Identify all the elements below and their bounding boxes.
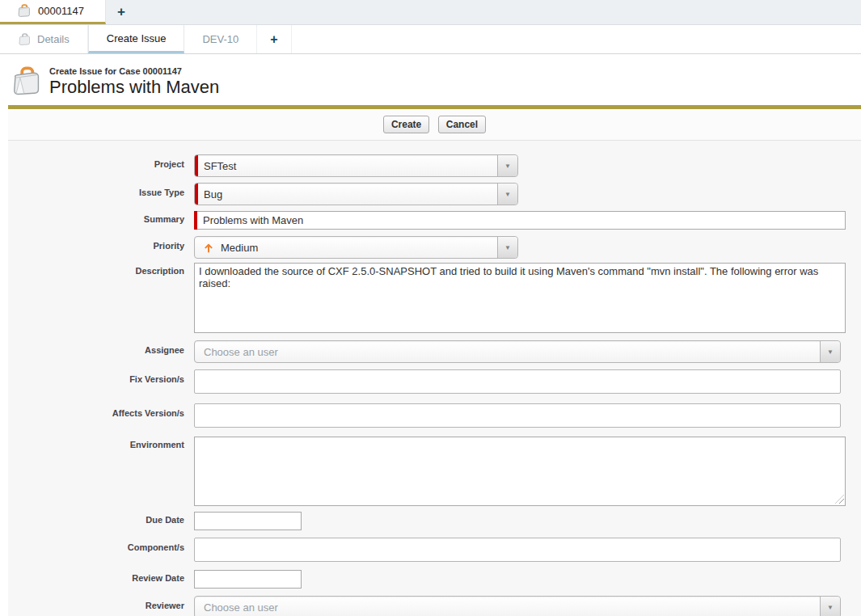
sub-tab-bar: Details Create Issue DEV-10 + xyxy=(0,25,861,54)
priority-value: Medium xyxy=(221,242,258,254)
required-marker xyxy=(194,211,197,230)
workspace-tab-case[interactable]: 00001147 xyxy=(0,0,106,24)
assignee-select[interactable]: Choose an user ▼ xyxy=(194,340,841,363)
chevron-down-icon[interactable]: ▼ xyxy=(497,184,517,205)
fix-versions-label: Fix Version/s xyxy=(8,369,194,384)
chevron-down-icon[interactable]: ▼ xyxy=(820,597,840,616)
reviewer-select[interactable]: Choose an user ▼ xyxy=(194,596,841,616)
required-marker xyxy=(195,155,198,176)
chevron-down-icon[interactable]: ▼ xyxy=(497,155,517,176)
project-value: SFTest xyxy=(204,160,236,172)
environment-textarea[interactable] xyxy=(194,437,846,506)
assignee-placeholder: Choose an user xyxy=(204,346,278,358)
chevron-down-icon[interactable]: ▼ xyxy=(820,341,840,362)
page-context: Create Issue for Case 00001147 xyxy=(49,66,219,76)
description-label: Description xyxy=(8,263,194,276)
required-marker xyxy=(195,184,198,205)
issue-type-select[interactable]: Bug ▼ xyxy=(194,183,518,205)
create-issue-form: Project SFTest ▼ Issue Type Bug ▼ xyxy=(8,141,861,616)
tab-create-issue[interactable]: Create Issue xyxy=(88,25,185,53)
issue-type-label: Issue Type xyxy=(8,183,194,197)
project-label: Project xyxy=(8,154,194,169)
affects-versions-field[interactable] xyxy=(194,403,841,428)
case-icon xyxy=(18,33,31,46)
summary-input[interactable] xyxy=(194,211,846,230)
priority-label: Priority xyxy=(8,236,194,251)
description-textarea[interactable]: I downloaded the source of CXF 2.5.0-SNA… xyxy=(194,263,846,333)
fix-versions-field[interactable] xyxy=(194,369,841,394)
create-issue-section: Create Cancel Project SFTest ▼ Issue Typ… xyxy=(8,105,861,616)
tab-details[interactable]: Details xyxy=(0,25,88,53)
add-workspace-tab-button[interactable]: + xyxy=(106,0,137,24)
tab-dev-10-label: DEV-10 xyxy=(202,33,238,45)
tab-create-issue-label: Create Issue xyxy=(107,32,167,44)
assignee-label: Assignee xyxy=(8,340,194,355)
components-label: Component/s xyxy=(8,538,194,552)
tab-details-label: Details xyxy=(37,33,70,45)
tab-dev-10[interactable]: DEV-10 xyxy=(184,25,257,53)
review-date-input[interactable] xyxy=(194,570,302,589)
components-field[interactable] xyxy=(194,538,841,562)
create-button[interactable]: Create xyxy=(383,116,429,133)
reviewer-label: Reviewer xyxy=(8,596,194,610)
plus-icon: + xyxy=(270,32,277,47)
environment-label: Environment xyxy=(8,437,194,449)
add-sub-tab-button[interactable]: + xyxy=(257,25,291,53)
case-icon xyxy=(17,4,31,18)
priority-up-arrow-icon xyxy=(204,243,213,253)
workspace-tab-label: 00001147 xyxy=(38,5,84,17)
issue-type-value: Bug xyxy=(204,188,222,200)
form-toolbar: Create Cancel xyxy=(8,109,861,141)
due-date-input[interactable] xyxy=(194,512,302,530)
review-date-label: Review Date xyxy=(8,570,194,583)
plus-icon: + xyxy=(117,4,125,20)
page-header: Create Issue for Case 00001147 Problems … xyxy=(0,54,861,105)
due-date-label: Due Date xyxy=(8,512,194,525)
workspace-tab-bar: 00001147 + xyxy=(0,0,861,25)
priority-select[interactable]: Medium ▼ xyxy=(194,236,518,259)
project-select[interactable]: SFTest ▼ xyxy=(194,154,518,177)
case-icon xyxy=(11,66,41,97)
chevron-down-icon[interactable]: ▼ xyxy=(497,237,517,258)
cancel-button[interactable]: Cancel xyxy=(438,116,486,133)
affects-versions-label: Affects Version/s xyxy=(8,403,194,418)
summary-label: Summary xyxy=(8,211,194,224)
reviewer-placeholder: Choose an user xyxy=(204,601,278,614)
page-title: Problems with Maven xyxy=(49,77,219,98)
